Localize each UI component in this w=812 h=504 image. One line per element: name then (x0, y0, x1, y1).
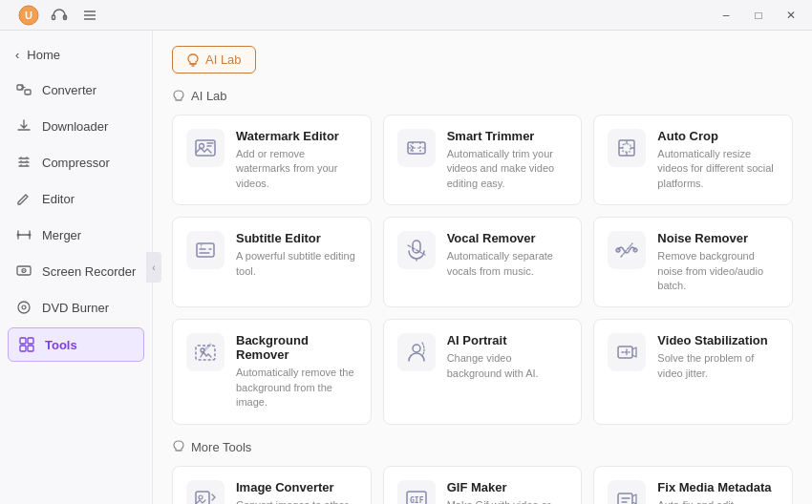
menu-icon[interactable] (76, 5, 103, 26)
svg-text:U: U (25, 10, 32, 21)
subtitle-editor-icon: T (186, 231, 224, 269)
card-ai-portrait[interactable]: AI Portrait Change video background with… (383, 319, 583, 424)
editor-icon (15, 190, 32, 207)
svg-rect-7 (17, 85, 23, 90)
screen-recorder-icon (15, 262, 32, 280)
sidebar-item-screen-recorder[interactable]: Screen Recorder (0, 253, 152, 289)
svg-point-13 (23, 270, 24, 271)
ai-lab-section-icon (172, 90, 185, 103)
card-image-converter[interactable]: Image Converter Convert images to other … (172, 466, 372, 504)
back-icon: ‹ (15, 48, 19, 62)
card-subtitle-editor[interactable]: T Subtitle Editor A powerful subtitle ed… (172, 217, 372, 307)
ai-lab-cards-grid: Watermark Editor Add or remove watermark… (172, 115, 793, 425)
sidebar-item-tools[interactable]: Tools (8, 327, 144, 362)
minimize-button[interactable]: – (713, 5, 739, 26)
headset-icon[interactable] (46, 5, 73, 26)
downloader-label: Downloader (42, 119, 108, 134)
svg-rect-18 (20, 346, 26, 351)
maximize-button[interactable]: □ (745, 5, 772, 26)
more-tools-section-text: More Tools (191, 440, 251, 454)
tab-ai-lab-label: AI Lab (205, 52, 242, 67)
watermark-editor-icon (186, 129, 224, 167)
compressor-icon (15, 154, 32, 171)
card-smart-trimmer[interactable]: Smart Trimmer Automatically trim your vi… (383, 115, 583, 205)
smart-trimmer-icon (397, 129, 436, 167)
svg-rect-24 (623, 144, 630, 152)
card-vocal-remover[interactable]: Vocal Remover Automatically separate voc… (383, 217, 583, 307)
subtitle-editor-text: Subtitle Editor A powerful subtitle edit… (236, 231, 357, 293)
vocal-remover-title: Vocal Remover (447, 231, 568, 245)
tab-bar: AI Lab (172, 46, 793, 74)
merger-label: Merger (42, 228, 81, 242)
sidebar: ‹ Home Converter Downloader (0, 31, 153, 504)
ai-portrait-desc: Change video background with AI. (447, 351, 568, 381)
video-stabilization-desc: Solve the problem of video jitter. (657, 351, 779, 381)
svg-rect-16 (20, 338, 26, 344)
sidebar-item-compressor[interactable]: Compressor (0, 144, 152, 180)
background-remover-title: Background Remover (236, 333, 357, 362)
dvd-burner-label: DVD Burner (42, 301, 109, 315)
sidebar-item-dvd-burner[interactable]: DVD Burner (0, 289, 152, 326)
card-watermark-editor[interactable]: Watermark Editor Add or remove watermark… (172, 115, 372, 205)
smart-trimmer-title: Smart Trimmer (447, 129, 568, 143)
dvd-burner-icon (15, 299, 32, 316)
svg-point-14 (18, 302, 30, 313)
noise-remover-icon (608, 231, 646, 269)
card-noise-remover[interactable]: Noise Remover Remove background noise fr… (593, 217, 793, 307)
app-body: ‹ Home Converter Downloader (0, 31, 812, 504)
svg-point-35 (199, 495, 203, 499)
fix-media-metadata-title: Fix Media Metadata (657, 480, 779, 494)
sidebar-item-editor[interactable]: Editor (0, 180, 152, 217)
avatar-icon[interactable]: U (15, 5, 42, 26)
svg-point-32 (413, 345, 420, 352)
smart-trimmer-text: Smart Trimmer Automatically trim your vi… (447, 129, 568, 191)
auto-crop-icon (608, 129, 646, 167)
tools-icon (18, 336, 35, 353)
watermark-editor-text: Watermark Editor Add or remove watermark… (236, 129, 357, 191)
background-remover-desc: Automatically remove the background from… (236, 366, 357, 410)
card-background-remover[interactable]: Background Remover Automatically remove … (172, 319, 372, 424)
svg-point-9 (17, 234, 20, 237)
more-tools-section-label: More Tools (172, 440, 793, 454)
compressor-label: Compressor (42, 156, 110, 170)
svg-text:T: T (200, 243, 203, 249)
gif-maker-text: GIF Maker Make Gif with video or photos. (447, 480, 568, 504)
card-fix-media-metadata[interactable]: Fix Media Metadata Auto-fix and edit met… (593, 466, 793, 504)
ai-lab-tab-icon (186, 53, 200, 67)
noise-remover-title: Noise Remover (657, 231, 779, 245)
subtitle-editor-title: Subtitle Editor (236, 231, 357, 245)
svg-rect-38 (618, 494, 632, 504)
smart-trimmer-desc: Automatically trim your videos and make … (447, 147, 568, 191)
video-stabilization-title: Video Stabilization (657, 333, 779, 347)
sidebar-back[interactable]: ‹ Home (0, 38, 152, 72)
merger-icon (15, 226, 32, 243)
collapse-sidebar-handle[interactable]: ‹ (146, 252, 161, 283)
ai-portrait-icon (397, 333, 436, 371)
svg-text:GIF: GIF (410, 496, 424, 504)
fix-media-metadata-desc: Auto-fix and edit metadate of media file… (657, 498, 779, 504)
card-auto-crop[interactable]: Auto Crop Automatically resize videos fo… (593, 115, 793, 205)
card-video-stabilization[interactable]: Video Stabilization Solve the problem of… (593, 319, 793, 424)
more-tools-cards-grid: Image Converter Convert images to other … (172, 466, 793, 504)
video-stabilization-text: Video Stabilization Solve the problem of… (657, 333, 779, 410)
card-gif-maker[interactable]: GIF GIF Maker Make Gif with video or pho… (383, 466, 583, 504)
auto-crop-text: Auto Crop Automatically resize videos fo… (657, 129, 779, 191)
more-tools-section-icon (172, 440, 185, 453)
close-button[interactable]: ✕ (778, 5, 804, 26)
watermark-editor-title: Watermark Editor (236, 129, 357, 143)
svg-rect-2 (53, 15, 55, 20)
image-converter-text: Image Converter Convert images to other … (236, 480, 357, 504)
sidebar-item-merger[interactable]: Merger (0, 217, 152, 253)
svg-point-10 (29, 234, 32, 237)
auto-crop-title: Auto Crop (657, 129, 779, 143)
sidebar-item-downloader[interactable]: Downloader (0, 108, 152, 144)
title-bar-icons: U (15, 5, 103, 26)
ai-portrait-title: AI Portrait (447, 333, 568, 347)
downloader-icon (15, 117, 32, 135)
fix-media-metadata-icon (608, 480, 646, 504)
vocal-remover-text: Vocal Remover Automatically separate voc… (447, 231, 568, 293)
ai-lab-section-label: AI Lab (172, 89, 793, 103)
image-converter-title: Image Converter (236, 480, 357, 494)
tab-ai-lab[interactable]: AI Lab (172, 46, 256, 74)
sidebar-item-converter[interactable]: Converter (0, 72, 152, 108)
